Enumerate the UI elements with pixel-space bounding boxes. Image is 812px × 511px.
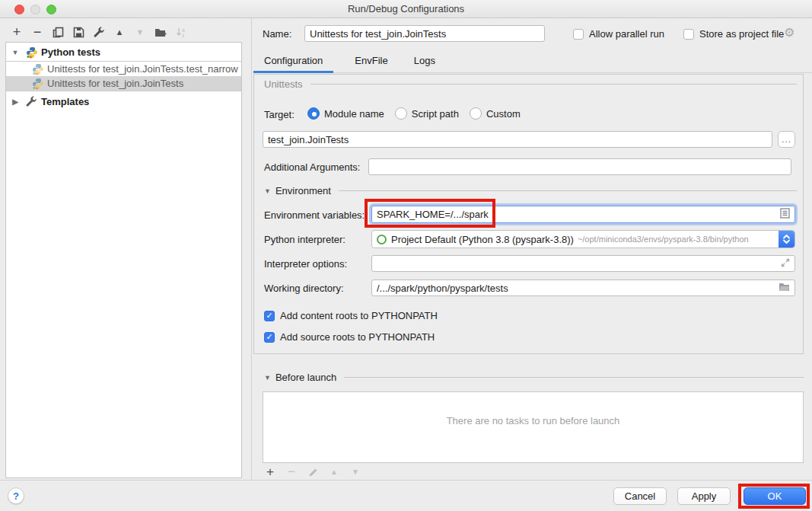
panel-divider: [251, 18, 252, 480]
allow-parallel-run-label: Allow parallel run: [589, 28, 664, 40]
target-input[interactable]: test_join.JoinTests: [263, 131, 772, 148]
add-source-roots-label: Add source roots to PYTHONPATH: [280, 331, 435, 343]
tab-bar: Configuration EnvFile Logs: [253, 50, 812, 73]
window-title: Run/Debug Configurations: [0, 3, 812, 14]
python-interpreter-label: Python interpreter:: [264, 234, 345, 245]
dropdown-stepper-icon[interactable]: [779, 231, 794, 248]
python-interpreter-select[interactable]: Project Default (Python 3.8 (pyspark-3.8…: [371, 230, 795, 248]
environment-variables-label: Environment variables:: [264, 209, 365, 221]
checkbox-unchecked[interactable]: [573, 29, 584, 40]
tree-item-label: Templates: [41, 96, 89, 107]
section-rule: [310, 84, 797, 85]
configurations-toolbar: + − ▲ ▼ az: [11, 24, 187, 40]
additional-arguments-label: Additional Arguments:: [264, 161, 360, 173]
additional-arguments-input[interactable]: [368, 158, 791, 175]
before-launch-task-list[interactable]: There are no tasks to run before launch: [263, 391, 804, 463]
radio-module-name[interactable]: Module name: [307, 107, 384, 120]
radio-selected-icon[interactable]: [307, 107, 320, 120]
radio-label: Module name: [324, 108, 384, 120]
radio-custom[interactable]: Custom: [470, 107, 521, 120]
gear-icon[interactable]: ⚙: [784, 25, 794, 40]
svg-text:a: a: [182, 27, 185, 32]
tab-configuration[interactable]: Configuration: [253, 50, 333, 72]
svg-text:z: z: [182, 32, 184, 37]
new-folder-icon[interactable]: [154, 26, 167, 38]
add-content-roots-checkbox[interactable]: ✓ Add content roots to PYTHONPATH: [264, 310, 438, 321]
python-tests-icon: [26, 46, 38, 59]
move-down-button[interactable]: ▼: [134, 26, 146, 38]
radio-unselected-icon[interactable]: [470, 107, 482, 120]
tree-item-templates[interactable]: ▶ Templates: [6, 94, 241, 109]
remove-configuration-button[interactable]: −: [31, 26, 43, 38]
before-launch-section-title: Before launch: [275, 372, 336, 383]
unittests-section-header: Unittests: [264, 78, 797, 90]
target-value: test_join.JoinTests: [268, 134, 767, 145]
environment-variables-value: SPARK_HOME=/.../spark: [377, 209, 777, 220]
unittests-section-title: Unittests: [264, 78, 303, 90]
cancel-button[interactable]: Cancel: [613, 487, 667, 505]
browse-target-button[interactable]: ...: [778, 131, 795, 148]
tree-item-label: Python tests: [41, 46, 100, 58]
radio-label: Script path: [412, 108, 459, 120]
copy-configuration-icon[interactable]: [52, 26, 64, 38]
store-as-project-file-label: Store as project file: [699, 28, 784, 40]
environment-variables-input[interactable]: SPARK_HOME=/.../spark: [371, 206, 795, 223]
python-interpreter-path: ~/opt/miniconda3/envs/pyspark-3.8/bin/py…: [578, 235, 794, 244]
environment-section-title: Environment: [275, 185, 331, 196]
run-debug-configurations-dialog: Run/Debug Configurations + − ▲ ▼ az ▼ Py: [0, 0, 812, 511]
apply-button[interactable]: Apply: [677, 487, 731, 505]
radio-unselected-icon[interactable]: [395, 107, 407, 120]
environment-section-header[interactable]: ▼ Environment: [264, 185, 797, 196]
tab-envfile[interactable]: EnvFile: [344, 50, 398, 72]
allow-parallel-run-checkbox[interactable]: Allow parallel run: [573, 28, 664, 40]
tree-item-python-tests[interactable]: ▼ Python tests: [6, 45, 241, 59]
before-launch-toolbar: + − ▲ ▼: [264, 466, 361, 478]
save-configuration-icon[interactable]: [72, 26, 84, 38]
move-task-up-button[interactable]: ▲: [328, 466, 340, 478]
tab-logs[interactable]: Logs: [403, 50, 446, 72]
before-launch-empty-text: There are no tasks to run before launch: [263, 415, 803, 426]
working-directory-input[interactable]: /.../spark/python/pyspark/tests: [371, 279, 795, 296]
working-directory-label: Working directory:: [264, 283, 344, 294]
checkbox-checked[interactable]: ✓: [264, 311, 275, 321]
tree-item-label: Unittests for test_join.JoinTests: [47, 78, 183, 89]
radio-label: Custom: [486, 108, 521, 120]
tree-item-label: Unittests for test_join.JoinTests.test_n…: [47, 63, 238, 75]
move-task-down-button[interactable]: ▼: [349, 466, 361, 478]
tree-children-group: Unittests for test_join.JoinTests.test_n…: [6, 61, 241, 91]
checkbox-checked[interactable]: ✓: [264, 332, 275, 343]
chevron-right-icon[interactable]: ▶: [11, 97, 20, 106]
expand-field-icon[interactable]: [781, 258, 790, 270]
tree-item-unittest-narrow[interactable]: Unittests for test_join.JoinTests.test_n…: [6, 62, 241, 76]
python-interpreter-value: Project Default (Python 3.8 (pyspark-3.8…: [391, 234, 574, 245]
target-label: Target:: [264, 109, 295, 120]
section-rule: [344, 377, 804, 378]
sort-alphabetically-icon[interactable]: az: [175, 26, 187, 38]
remove-task-button[interactable]: −: [285, 466, 298, 478]
help-button[interactable]: ?: [8, 487, 24, 504]
ok-button[interactable]: OK: [744, 487, 806, 505]
name-input[interactable]: Unittests for test_join.JoinTests: [304, 25, 545, 42]
edit-task-pencil-icon[interactable]: [307, 466, 319, 478]
add-source-roots-checkbox[interactable]: ✓ Add source roots to PYTHONPATH: [264, 331, 435, 343]
chevron-down-icon[interactable]: ▼: [264, 374, 271, 382]
add-task-button[interactable]: +: [264, 466, 276, 478]
folder-icon[interactable]: [779, 283, 790, 294]
python-test-icon: [32, 63, 44, 75]
configurations-tree: ▼ Python tests Unittests for test_join.J…: [5, 42, 242, 478]
add-configuration-button[interactable]: +: [11, 26, 23, 38]
tree-item-unittest-jointests[interactable]: Unittests for test_join.JoinTests: [6, 76, 241, 91]
edit-variables-icon[interactable]: [780, 208, 790, 221]
edit-templates-wrench-icon[interactable]: [93, 26, 105, 38]
interpreter-options-input[interactable]: [371, 255, 795, 272]
chevron-down-icon[interactable]: ▼: [11, 49, 20, 56]
before-launch-section-header[interactable]: ▼ Before launch: [264, 372, 804, 383]
checkbox-unchecked[interactable]: [683, 29, 694, 40]
name-label: Name:: [263, 28, 291, 40]
store-as-project-file-checkbox[interactable]: Store as project file: [683, 28, 784, 40]
move-up-button[interactable]: ▲: [113, 26, 126, 38]
section-rule: [339, 190, 797, 191]
chevron-down-icon[interactable]: ▼: [264, 187, 271, 195]
target-radio-group: Module name Script path Custom: [307, 107, 531, 120]
radio-script-path[interactable]: Script path: [395, 107, 459, 120]
